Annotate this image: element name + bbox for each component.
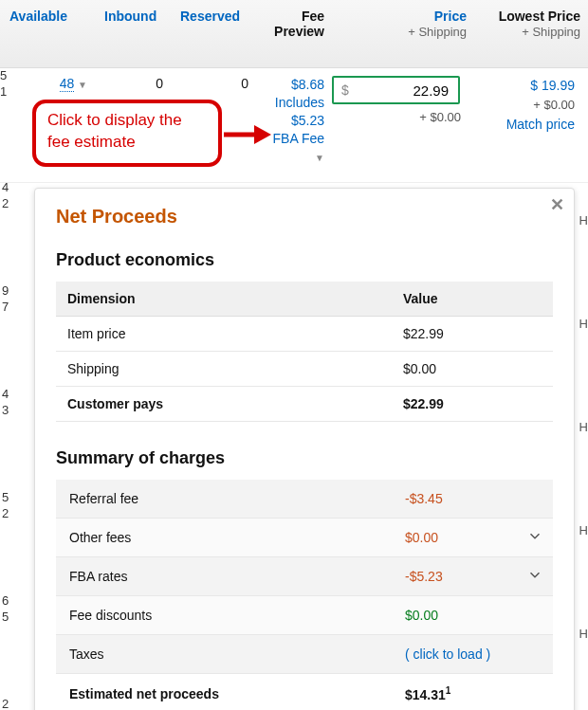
dollar-icon: $: [341, 82, 349, 98]
chevron-down-icon[interactable]: ▼: [315, 153, 324, 163]
col-fee-preview: Fee Preview: [256, 0, 332, 67]
price-shipping: + $0.00: [332, 104, 467, 124]
price-input[interactable]: [349, 82, 450, 100]
background-rows: 42H 97H 43H 52H 65H 21: [0, 180, 28, 183]
inventory-header: Available Inbound Reserved Fee Preview P…: [0, 0, 588, 68]
match-price-link[interactable]: Match price: [506, 117, 575, 132]
col-available[interactable]: Available: [0, 0, 95, 67]
col-reserved[interactable]: Reserved: [171, 0, 256, 67]
col-lowest-price: Lowest Price + Shipping: [474, 0, 588, 67]
price-input-wrapper[interactable]: $: [332, 76, 460, 104]
annotation-callout: Click to display the fee estimate: [32, 100, 222, 167]
available-cell[interactable]: 48 ▼: [0, 76, 95, 91]
lowest-shipping: + $0.00: [533, 98, 575, 112]
svg-marker-1: [254, 125, 271, 144]
arrow-icon: [224, 120, 271, 149]
reserved-cell: 0: [171, 76, 256, 91]
chevron-down-icon[interactable]: ▼: [78, 80, 87, 90]
inbound-cell: 0: [95, 76, 171, 91]
lowest-price: $ 19.99: [530, 78, 575, 93]
col-inbound[interactable]: Inbound: [95, 0, 171, 67]
col-price[interactable]: Price + Shipping: [332, 0, 474, 67]
